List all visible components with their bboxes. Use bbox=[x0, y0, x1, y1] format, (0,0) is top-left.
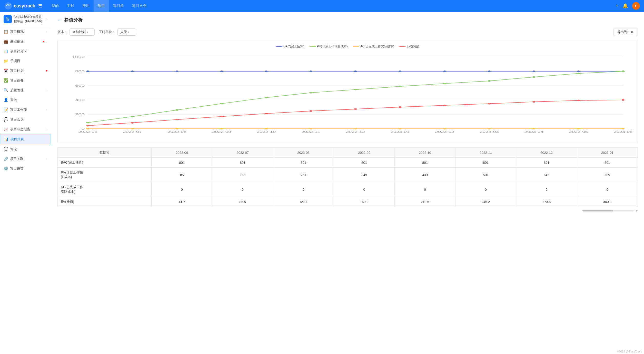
sidebar-item-project-association[interactable]: 🔗 项目关联 › bbox=[0, 154, 51, 164]
svg-text:0: 0 bbox=[82, 127, 85, 130]
table-cell: 261 bbox=[273, 168, 334, 182]
table-cell: 85 bbox=[152, 168, 212, 182]
legend-label: PV(计划工作预算成本) bbox=[317, 44, 348, 49]
table-cell: 300.8 bbox=[577, 197, 638, 207]
chart-legend: BAC(完工预算) PV(计划工作预算成本) AC(已完成工作实际成本) EV(… bbox=[62, 44, 633, 49]
sidebar-icon-business-case: 💼 bbox=[4, 39, 8, 44]
svg-point-75 bbox=[488, 103, 491, 105]
version-select[interactable]: 当前计划 ▾ bbox=[70, 28, 95, 36]
svg-point-77 bbox=[577, 100, 580, 101]
table-cell: 801 bbox=[273, 158, 334, 168]
sidebar-icon-project-task: ✅ bbox=[4, 78, 8, 83]
table-row: BAC(完工预算)801801801801801801801801 bbox=[58, 158, 638, 168]
legend-item: EV(挣值) bbox=[399, 44, 419, 49]
svg-point-60 bbox=[399, 128, 402, 129]
legend-label: BAC(完工预算) bbox=[284, 44, 304, 49]
sidebar-item-quality-management[interactable]: 🔍 质量管理 › bbox=[0, 85, 51, 95]
nav-project[interactable]: 项目 bbox=[94, 0, 109, 12]
svg-point-70 bbox=[265, 113, 268, 114]
sidebar-item-sub-project[interactable]: 📁 子项目 bbox=[0, 56, 51, 66]
legend-line bbox=[310, 46, 316, 47]
nav-worktime[interactable]: 工时 bbox=[63, 0, 78, 12]
svg-point-46 bbox=[354, 89, 357, 90]
nav-cost[interactable]: 费用 bbox=[78, 0, 94, 12]
table-cell: 246.2 bbox=[455, 197, 516, 207]
table-cell: 801 bbox=[395, 158, 455, 168]
sidebar-item-project-task[interactable]: ✅ 项目任务 bbox=[0, 76, 51, 85]
svg-point-55 bbox=[175, 128, 179, 129]
chart-container: BAC(完工预算) PV(计划工作预算成本) AC(已完成工作实际成本) EV(… bbox=[57, 40, 638, 143]
svg-point-47 bbox=[399, 86, 402, 87]
table-cell: 0 bbox=[273, 182, 334, 197]
legend-line bbox=[353, 46, 359, 47]
table-header: 2022-07 bbox=[212, 148, 273, 158]
table-header: 2022-12 bbox=[516, 148, 577, 158]
table-cell: 801 bbox=[152, 158, 212, 168]
sidebar-item-business-case[interactable]: 💼 商业论证 › bbox=[0, 37, 51, 46]
sidebar-item-project-status-report[interactable]: 📈 项目状态报告 › bbox=[0, 124, 51, 134]
user-avatar[interactable]: F bbox=[632, 2, 640, 10]
project-expand-icon[interactable]: › bbox=[46, 17, 47, 21]
copyright-text: ©2024 @EasyTrack bbox=[617, 350, 642, 353]
table-cell: 0 bbox=[577, 182, 638, 197]
sidebar-arrow-quality-management: › bbox=[46, 89, 47, 92]
svg-text:800: 800 bbox=[75, 70, 85, 73]
version-control: 版本： 当前计划 ▾ bbox=[57, 28, 95, 36]
legend-line bbox=[399, 46, 405, 47]
sidebar-icon-project-status-report: 📈 bbox=[4, 127, 8, 132]
svg-point-40 bbox=[86, 122, 89, 123]
legend-label: EV(挣值) bbox=[407, 44, 419, 49]
unit-select[interactable]: 人天 ▾ bbox=[117, 28, 136, 36]
sidebar-icon-project-overview: 📋 bbox=[4, 29, 8, 34]
sidebar-item-project-report[interactable]: 📊 项目报表 bbox=[0, 134, 51, 144]
sidebar-item-project-overview[interactable]: 📋 项目概况 › bbox=[0, 27, 51, 37]
table-row: PV(计划工作预 算成本)85169261349433501545589 bbox=[58, 168, 638, 182]
svg-text:2023-05: 2023-05 bbox=[569, 130, 588, 133]
svg-point-73 bbox=[399, 106, 402, 108]
sidebar-label-project-overview: 项目概况 bbox=[10, 29, 44, 34]
svg-text:400: 400 bbox=[75, 98, 85, 102]
svg-point-51 bbox=[577, 73, 580, 74]
svg-text:2023-04: 2023-04 bbox=[524, 130, 543, 133]
sidebar-item-project-settings[interactable]: ⚙️ 项目设置 bbox=[0, 164, 51, 174]
export-pdf-button[interactable]: 导出到PDF bbox=[613, 28, 638, 36]
app-logo[interactable]: easytrack bbox=[4, 2, 35, 10]
project-header[interactable]: 智 智慧城市综合管理监控平台（PR000056） › bbox=[0, 12, 51, 27]
sidebar-icon-project-settings: ⚙️ bbox=[4, 166, 8, 171]
sidebar-item-project-scorecard[interactable]: 📊 项目计分卡 bbox=[0, 46, 51, 56]
svg-point-37 bbox=[532, 70, 536, 72]
svg-text:2022-08: 2022-08 bbox=[167, 130, 186, 133]
svg-point-38 bbox=[577, 70, 580, 72]
svg-point-30 bbox=[220, 70, 223, 72]
svg-point-33 bbox=[354, 70, 357, 72]
sidebar-label-project-scorecard: 项目计分卡 bbox=[10, 49, 47, 54]
sidebar-icon-project-association: 🔗 bbox=[4, 157, 8, 161]
svg-text:600: 600 bbox=[75, 84, 85, 87]
sidebar-item-approval[interactable]: 👤 审批 bbox=[0, 95, 51, 105]
hamburger-button[interactable]: ☰ bbox=[38, 3, 42, 9]
unit-label: 工时单位： bbox=[99, 30, 115, 34]
sidebar-item-project-work-items[interactable]: 📝 项目工作项 › bbox=[0, 105, 51, 115]
table-header: 2022-08 bbox=[273, 148, 334, 158]
table-header: 2022-06 bbox=[152, 148, 212, 158]
sidebar-item-project-plan[interactable]: 📅 项目计划 bbox=[0, 66, 51, 76]
sidebar-arrow-project-work-items: › bbox=[46, 108, 47, 111]
add-button[interactable]: + bbox=[616, 3, 618, 9]
unit-control: 工时单位： 人天 ▾ bbox=[99, 28, 136, 36]
nav-my[interactable]: 我的 bbox=[47, 0, 63, 12]
table-cell: 127.1 bbox=[273, 197, 334, 207]
sidebar-arrow-business-case: › bbox=[46, 40, 47, 43]
notification-bell-icon[interactable]: 🔔 bbox=[622, 3, 628, 9]
sidebar-label-review: 评论 bbox=[10, 147, 47, 151]
svg-point-1 bbox=[7, 4, 9, 6]
svg-point-43 bbox=[220, 103, 223, 104]
chart-svg: 020040060080010002022-062022-072022-0820… bbox=[62, 52, 633, 139]
sidebar-item-project-meeting[interactable]: 💬 项目会议 bbox=[0, 115, 51, 124]
nav-right-actions: + 🔔 F bbox=[616, 2, 640, 10]
nav-project-group[interactable]: 项目群 bbox=[109, 0, 128, 12]
nav-project-doc[interactable]: 项目文档 bbox=[128, 0, 151, 12]
svg-point-54 bbox=[131, 128, 134, 129]
back-button[interactable]: ← bbox=[57, 18, 62, 22]
sidebar-item-review[interactable]: 💬 评论 bbox=[0, 144, 51, 154]
sidebar-label-approval: 审批 bbox=[10, 98, 47, 102]
